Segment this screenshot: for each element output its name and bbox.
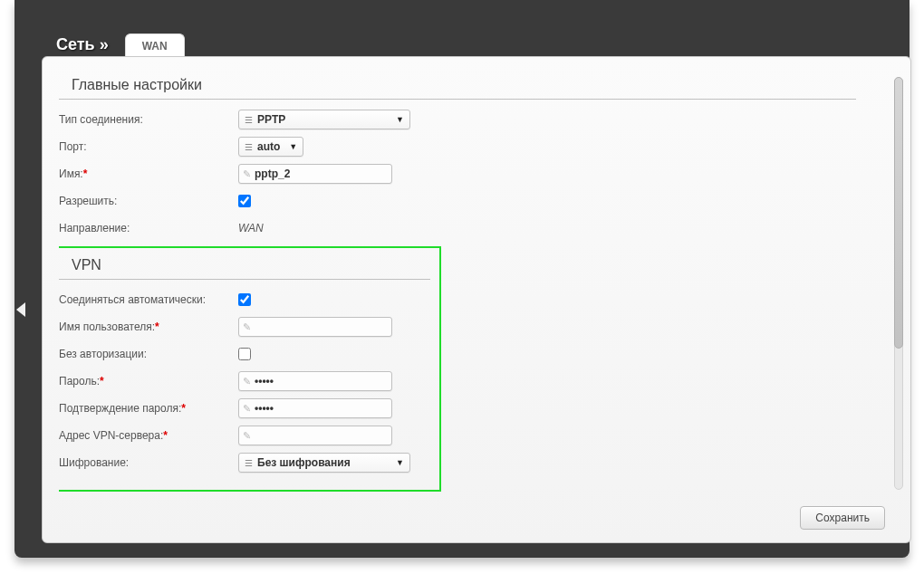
- chevron-down-icon: ▼: [387, 458, 406, 467]
- checkbox-noauth[interactable]: [238, 348, 251, 360]
- checkbox-autoconnect[interactable]: [238, 293, 251, 306]
- value-direction: WAN: [238, 222, 264, 234]
- section-title-vpn: VPN: [59, 254, 430, 280]
- checkbox-allow[interactable]: [238, 195, 251, 207]
- required-mark: *: [83, 167, 88, 180]
- select-encryption-value: Без шифрования: [257, 456, 351, 469]
- tab-wan[interactable]: WAN: [125, 33, 185, 58]
- required-mark: *: [163, 429, 168, 442]
- required-mark: *: [100, 375, 104, 387]
- label-conn-type: Тип соединения:: [59, 113, 238, 126]
- input-password-wrapper[interactable]: ✎: [238, 371, 392, 391]
- breadcrumb[interactable]: Сеть »: [56, 35, 109, 58]
- input-username[interactable]: [255, 319, 381, 335]
- label-name-text: Имя:: [59, 167, 83, 180]
- pencil-icon: ✎: [243, 376, 251, 387]
- label-port: Порт:: [59, 140, 238, 153]
- label-noauth: Без авторизации:: [59, 348, 238, 360]
- pencil-icon: ✎: [243, 168, 251, 180]
- required-mark: *: [155, 320, 159, 333]
- select-conn-type-value: PPTP: [257, 113, 285, 126]
- label-password-confirm: Подтверждение пароля:*: [59, 402, 238, 415]
- label-password-text: Пароль:: [59, 375, 100, 387]
- sidebar-collapse-arrow[interactable]: [16, 302, 25, 317]
- input-password[interactable]: [255, 373, 381, 389]
- list-icon: ☰: [245, 142, 252, 152]
- list-icon: ☰: [245, 458, 252, 468]
- input-server-wrapper[interactable]: ✎: [238, 426, 392, 445]
- vpn-section-highlight: VPN Соединяться автоматически: Имя польз…: [59, 246, 441, 492]
- select-port-value: auto: [257, 140, 280, 153]
- input-name-wrapper[interactable]: ✎: [238, 164, 392, 184]
- input-password-confirm[interactable]: [255, 400, 381, 416]
- select-port[interactable]: ☰ auto ▼: [238, 137, 303, 157]
- pencil-icon: ✎: [243, 430, 251, 442]
- input-name[interactable]: [255, 166, 381, 182]
- chevron-down-icon: ▼: [280, 142, 299, 151]
- input-username-wrapper[interactable]: ✎: [238, 317, 392, 337]
- scroll-area: Главные настройки Тип соединения: ☰ PPTP…: [59, 73, 885, 492]
- input-password-confirm-wrapper[interactable]: ✎: [238, 398, 392, 418]
- required-mark: *: [181, 402, 186, 415]
- label-username-text: Имя пользователя:: [59, 320, 155, 333]
- label-server-text: Адрес VPN-сервера:: [59, 429, 163, 442]
- save-button[interactable]: Сохранить: [800, 506, 885, 530]
- input-server[interactable]: [255, 427, 381, 444]
- scrollbar-thumb[interactable]: [894, 77, 903, 349]
- select-conn-type[interactable]: ☰ PPTP ▼: [238, 110, 410, 129]
- section-title-main: Главные настройки: [59, 73, 856, 100]
- pencil-icon: ✎: [243, 403, 251, 415]
- label-password-confirm-text: Подтверждение пароля:: [59, 402, 181, 415]
- pencil-icon: ✎: [243, 321, 251, 333]
- chevron-down-icon: ▼: [387, 115, 406, 124]
- label-allow: Разрешить:: [59, 195, 238, 207]
- list-icon: ☰: [245, 115, 252, 125]
- app-frame: Сеть » WAN Главные настройки Тип соедине…: [14, 0, 910, 558]
- content-panel: Главные настройки Тип соединения: ☰ PPTP…: [42, 56, 911, 543]
- label-autoconnect: Соединяться автоматически:: [59, 293, 238, 306]
- label-server: Адрес VPN-сервера:*: [59, 429, 238, 442]
- label-direction: Направление:: [59, 222, 238, 234]
- label-password: Пароль:*: [59, 375, 238, 387]
- label-username: Имя пользователя:*: [59, 320, 238, 333]
- tab-header: Сеть » WAN: [56, 31, 185, 58]
- select-encryption[interactable]: ☰ Без шифрования ▼: [238, 453, 410, 473]
- label-encryption: Шифрование:: [59, 456, 238, 469]
- label-name: Имя:*: [59, 167, 238, 180]
